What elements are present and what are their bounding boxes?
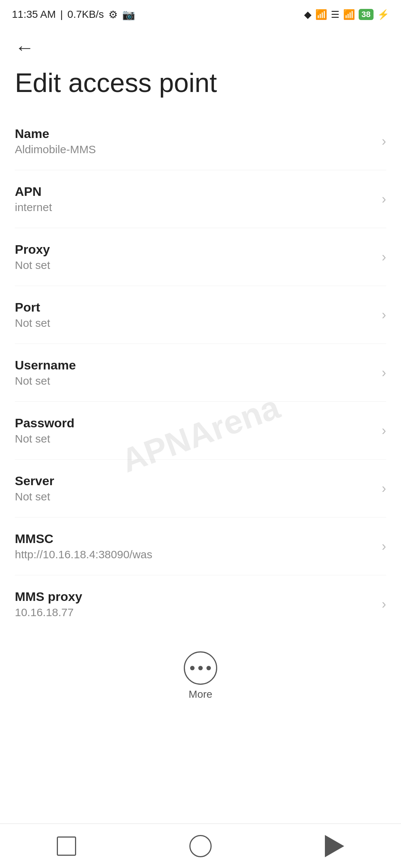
settings-item-name-content: Name Aldimobile-MMS (15, 126, 374, 156)
settings-item-server-content: Server Not set (15, 474, 374, 503)
settings-list: Name Aldimobile-MMS › APN internet › Pro… (0, 112, 401, 633)
wifi-icon: 📶 (343, 9, 355, 20)
status-bar: 11:35 AM | 0.7KB/s ⚙ 📷 ◆ 📶 ☰ 📶 38 ⚡ (0, 0, 401, 27)
settings-item-proxy-content: Proxy Not set (15, 242, 374, 272)
charging-icon: ⚡ (377, 9, 389, 20)
chevron-icon-apn: › (382, 191, 386, 207)
triangle-icon (325, 835, 344, 857)
settings-item-mms-proxy[interactable]: MMS proxy 10.16.18.77 › (15, 575, 386, 633)
nav-bar (0, 823, 401, 868)
settings-item-mms-proxy-content: MMS proxy 10.16.18.77 (15, 589, 374, 619)
settings-item-port[interactable]: Port Not set › (15, 286, 386, 344)
page-title: Edit access point (15, 68, 386, 98)
settings-item-mmsc-content: MMSC http://10.16.18.4:38090/was (15, 532, 374, 561)
chevron-icon-port: › (382, 307, 386, 323)
settings-value-proxy: Not set (15, 259, 374, 272)
settings-item-port-content: Port Not set (15, 300, 374, 329)
more-container: More (0, 640, 401, 711)
time-display: 11:35 AM (12, 9, 56, 20)
settings-value-server: Not set (15, 490, 374, 503)
settings-item-apn[interactable]: APN internet › (15, 170, 386, 228)
more-button[interactable]: More (184, 651, 217, 700)
settings-label-name: Name (15, 126, 374, 141)
settings-label-proxy: Proxy (15, 242, 374, 257)
settings-label-mms-proxy: MMS proxy (15, 589, 374, 604)
recent-apps-button[interactable] (57, 836, 76, 856)
dot-2 (198, 666, 203, 670)
more-label: More (189, 688, 212, 700)
status-left: 11:35 AM | 0.7KB/s ⚙ 📷 (12, 9, 135, 21)
settings-label-port: Port (15, 300, 374, 315)
settings-item-password-content: Password Not set (15, 416, 374, 445)
chevron-icon-mmsc: › (382, 539, 386, 554)
camera-icon: 📷 (122, 9, 135, 21)
square-icon (57, 836, 76, 856)
settings-label-password: Password (15, 416, 374, 430)
settings-item-apn-content: APN internet (15, 184, 374, 214)
chevron-icon-server: › (382, 481, 386, 496)
speed-display: | (60, 9, 63, 20)
settings-value-mms-proxy: 10.16.18.77 (15, 606, 374, 619)
signal-bars-icon: ☰ (331, 9, 339, 20)
chevron-icon-mms-proxy: › (382, 596, 386, 612)
settings-item-username-content: Username Not set (15, 358, 374, 387)
settings-label-username: Username (15, 358, 374, 372)
settings-label-server: Server (15, 474, 374, 488)
dot-1 (190, 666, 195, 670)
settings-item-name[interactable]: Name Aldimobile-MMS › (15, 112, 386, 170)
signal-4g-icon: 📶 (315, 9, 327, 20)
home-button[interactable] (189, 835, 212, 857)
settings-value-apn: internet (15, 201, 374, 214)
settings-label-mmsc: MMSC (15, 532, 374, 546)
more-dots-icon (190, 666, 211, 670)
settings-item-password[interactable]: Password Not set › (15, 402, 386, 460)
back-nav-button[interactable] (325, 835, 344, 857)
settings-item-username[interactable]: Username Not set › (15, 344, 386, 402)
chevron-icon-username: › (382, 365, 386, 381)
settings-item-server[interactable]: Server Not set › (15, 460, 386, 517)
settings-value-port: Not set (15, 317, 374, 329)
chevron-icon-password: › (382, 423, 386, 438)
status-right: ◆ 📶 ☰ 📶 38 ⚡ (304, 9, 389, 20)
settings-value-password: Not set (15, 433, 374, 445)
settings-item-proxy[interactable]: Proxy Not set › (15, 228, 386, 286)
settings-icon: ⚙ (108, 9, 118, 21)
bluetooth-icon: ◆ (304, 9, 312, 20)
battery-display: 38 (359, 9, 374, 20)
dot-3 (206, 666, 211, 670)
chevron-icon-name: › (382, 134, 386, 149)
settings-value-name: Aldimobile-MMS (15, 143, 374, 156)
settings-item-mmsc[interactable]: MMSC http://10.16.18.4:38090/was › (15, 517, 386, 575)
more-circle-icon (184, 651, 217, 685)
settings-label-apn: APN (15, 184, 374, 199)
battery-value: 38 (362, 10, 371, 19)
circle-icon (189, 835, 212, 857)
speed-value: 0.7KB/s (68, 9, 104, 20)
chevron-icon-proxy: › (382, 249, 386, 265)
settings-value-mmsc: http://10.16.18.4:38090/was (15, 548, 374, 561)
settings-value-username: Not set (15, 375, 374, 387)
back-button[interactable]: ← (15, 38, 34, 57)
header: ← Edit access point (0, 27, 401, 112)
